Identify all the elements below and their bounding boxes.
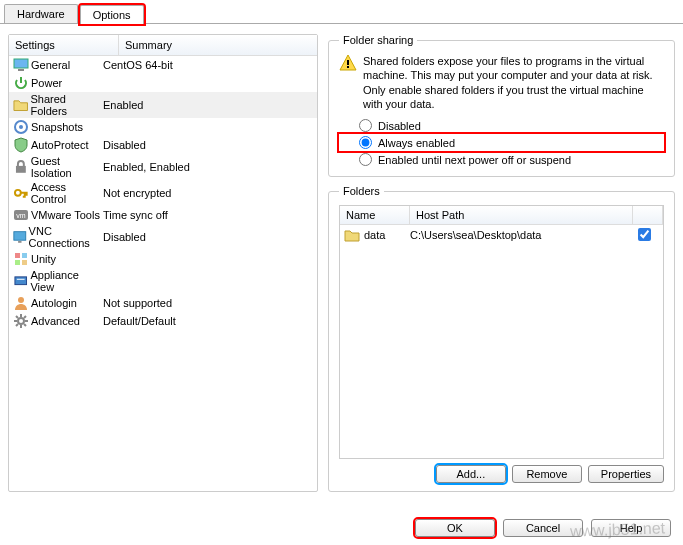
setting-name: Snapshots bbox=[31, 121, 83, 133]
setting-name: Access Control bbox=[31, 181, 103, 205]
settings-row-unity[interactable]: Unity bbox=[9, 250, 317, 268]
radio-always[interactable] bbox=[359, 136, 372, 149]
power-icon bbox=[13, 75, 29, 91]
monitor-icon bbox=[13, 57, 29, 73]
remove-button[interactable]: Remove bbox=[512, 465, 582, 483]
setting-name: VMware Tools bbox=[31, 209, 100, 221]
folders-group: Folders Name Host Path dataC:\Users\sea\… bbox=[328, 185, 675, 492]
folder-enabled-checkbox[interactable] bbox=[638, 228, 651, 241]
svg-point-5 bbox=[15, 190, 21, 196]
properties-button[interactable]: Properties bbox=[588, 465, 664, 483]
folder-name: data bbox=[364, 229, 385, 241]
settings-row-vmware-tools[interactable]: vmVMware ToolsTime sync off bbox=[9, 206, 317, 224]
settings-row-power[interactable]: Power bbox=[9, 74, 317, 92]
shield-icon bbox=[13, 137, 29, 153]
svg-rect-0 bbox=[14, 59, 28, 68]
ok-button[interactable]: OK bbox=[415, 519, 495, 537]
key-icon bbox=[13, 185, 29, 201]
settings-header: Settings Summary bbox=[9, 35, 317, 56]
svg-rect-19 bbox=[347, 66, 349, 68]
tab-hardware[interactable]: Hardware bbox=[4, 4, 78, 23]
gear-icon bbox=[13, 313, 29, 329]
appliance-icon bbox=[13, 273, 28, 289]
setting-name: Shared Folders bbox=[30, 93, 103, 117]
dialog-buttons: OK Cancel Help bbox=[415, 519, 671, 537]
setting-name: Advanced bbox=[31, 315, 80, 327]
setting-name: VNC Connections bbox=[29, 225, 103, 249]
settings-row-general[interactable]: GeneralCentOS 64-bit bbox=[9, 56, 317, 74]
warning-icon bbox=[339, 54, 357, 72]
snapshot-icon bbox=[13, 119, 29, 135]
svg-rect-10 bbox=[15, 253, 20, 258]
help-button[interactable]: Help bbox=[591, 519, 671, 537]
folders-legend: Folders bbox=[339, 185, 384, 197]
svg-rect-1 bbox=[18, 69, 24, 71]
folder-hostpath: C:\Users\sea\Desktop\data bbox=[410, 229, 629, 241]
radio-until-label: Enabled until next power off or suspend bbox=[378, 154, 571, 166]
folder-icon bbox=[344, 227, 360, 243]
svg-rect-8 bbox=[14, 232, 26, 241]
svg-rect-11 bbox=[22, 253, 27, 258]
settings-row-snapshots[interactable]: Snapshots bbox=[9, 118, 317, 136]
lock-icon bbox=[13, 159, 29, 175]
setting-summary: Not supported bbox=[103, 297, 313, 309]
radio-always-row[interactable]: Always enabled bbox=[339, 134, 664, 151]
svg-point-16 bbox=[18, 297, 24, 303]
settings-row-guest-isolation[interactable]: Guest IsolationEnabled, Enabled bbox=[9, 154, 317, 180]
tab-options[interactable]: Options bbox=[80, 5, 144, 24]
col-hostpath: Host Path bbox=[410, 206, 633, 224]
setting-name: Power bbox=[31, 77, 62, 89]
settings-row-access-control[interactable]: Access ControlNot encrypted bbox=[9, 180, 317, 206]
add-button[interactable]: Add... bbox=[436, 465, 506, 483]
col-enabled bbox=[633, 206, 663, 224]
svg-point-17 bbox=[18, 318, 24, 324]
radio-until-row[interactable]: Enabled until next power off or suspend bbox=[339, 151, 664, 168]
svg-rect-9 bbox=[18, 241, 21, 243]
settings-row-appliance-view[interactable]: Appliance View bbox=[9, 268, 317, 294]
settings-row-autoprotect[interactable]: AutoProtectDisabled bbox=[9, 136, 317, 154]
setting-name: Autologin bbox=[31, 297, 77, 309]
setting-name: AutoProtect bbox=[31, 139, 88, 151]
svg-rect-12 bbox=[15, 260, 20, 265]
setting-summary: Enabled bbox=[103, 99, 313, 111]
vnc-icon bbox=[13, 229, 27, 245]
svg-rect-18 bbox=[347, 60, 349, 65]
folders-table: Name Host Path dataC:\Users\sea\Desktop\… bbox=[339, 205, 664, 459]
settings-panel: Settings Summary GeneralCentOS 64-bitPow… bbox=[8, 34, 318, 492]
svg-rect-14 bbox=[15, 277, 27, 285]
settings-row-advanced[interactable]: AdvancedDefault/Default bbox=[9, 312, 317, 330]
folder-row[interactable]: dataC:\Users\sea\Desktop\data bbox=[340, 225, 663, 245]
setting-name: Appliance View bbox=[30, 269, 103, 293]
setting-name: Guest Isolation bbox=[31, 155, 103, 179]
svg-rect-4 bbox=[16, 166, 26, 173]
svg-text:vm: vm bbox=[16, 212, 26, 219]
settings-row-autologin[interactable]: AutologinNot supported bbox=[9, 294, 317, 312]
settings-row-vnc-connections[interactable]: VNC ConnectionsDisabled bbox=[9, 224, 317, 250]
svg-rect-15 bbox=[17, 279, 25, 280]
radio-always-label: Always enabled bbox=[378, 137, 455, 149]
setting-summary: Default/Default bbox=[103, 315, 313, 327]
setting-name: Unity bbox=[31, 253, 56, 265]
settings-row-shared-folders[interactable]: Shared FoldersEnabled bbox=[9, 92, 317, 118]
vm-icon: vm bbox=[13, 207, 29, 223]
radio-disabled-label: Disabled bbox=[378, 120, 421, 132]
setting-summary: Enabled, Enabled bbox=[103, 161, 313, 173]
user-icon bbox=[13, 295, 29, 311]
svg-rect-13 bbox=[22, 260, 27, 265]
radio-until[interactable] bbox=[359, 153, 372, 166]
tab-bar: Hardware Options bbox=[0, 0, 683, 24]
col-name: Name bbox=[340, 206, 410, 224]
folder-sharing-group: Folder sharing Shared folders expose you… bbox=[328, 34, 675, 177]
setting-summary: Not encrypted bbox=[103, 187, 313, 199]
setting-summary: Disabled bbox=[103, 139, 313, 151]
setting-summary: Disabled bbox=[103, 231, 313, 243]
col-settings: Settings bbox=[9, 35, 119, 55]
col-summary: Summary bbox=[119, 35, 317, 55]
radio-disabled-row[interactable]: Disabled bbox=[339, 117, 664, 134]
setting-summary: CentOS 64-bit bbox=[103, 59, 313, 71]
folder-sharing-legend: Folder sharing bbox=[339, 34, 417, 46]
svg-point-3 bbox=[19, 125, 23, 129]
cancel-button[interactable]: Cancel bbox=[503, 519, 583, 537]
radio-disabled[interactable] bbox=[359, 119, 372, 132]
warning-text: Shared folders expose your files to prog… bbox=[363, 54, 664, 111]
